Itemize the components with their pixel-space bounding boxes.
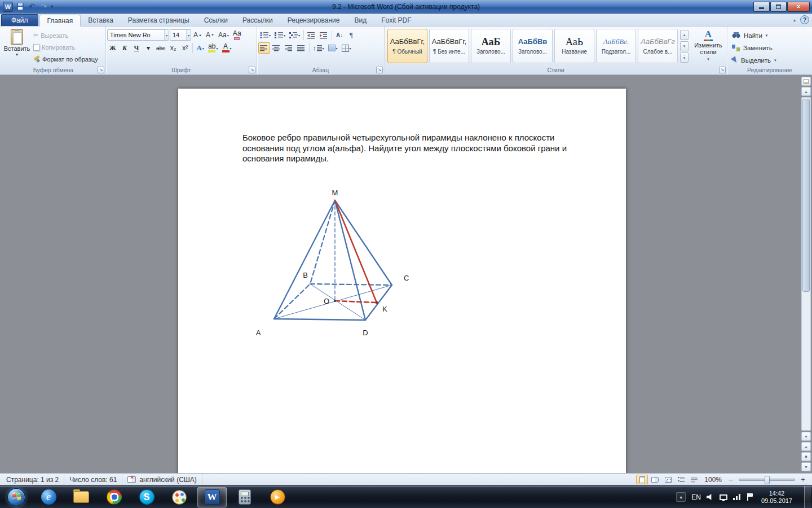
- outline-view-button[interactable]: [675, 475, 687, 484]
- scroll-up-button[interactable]: ▲: [801, 87, 811, 96]
- decrease-indent-button[interactable]: [306, 29, 317, 41]
- scroll-down-button[interactable]: ▼: [801, 432, 811, 441]
- redo-button[interactable]: ↷: [39, 2, 48, 11]
- zoom-out-button[interactable]: –: [726, 475, 735, 484]
- bold-button[interactable]: Ж: [107, 42, 118, 54]
- show-desktop-button[interactable]: [804, 486, 811, 508]
- taskbar-internet-explorer[interactable]: e: [34, 487, 63, 507]
- tab-foxit-pdf[interactable]: Foxit PDF: [374, 14, 418, 26]
- justify-button[interactable]: [295, 42, 307, 54]
- tab-insert[interactable]: Вставка: [81, 14, 121, 26]
- close-button[interactable]: ×: [787, 2, 810, 12]
- previous-page-button[interactable]: ▲: [801, 442, 811, 451]
- ruler-toggle-button[interactable]: [801, 77, 811, 86]
- replace-button[interactable]: Заменить: [732, 42, 810, 53]
- tab-mailings[interactable]: Рассылки: [235, 14, 280, 26]
- tab-home[interactable]: Главная: [39, 15, 81, 27]
- styles-dialog-launcher[interactable]: ↘: [719, 67, 726, 73]
- word-count-indicator[interactable]: Число слов: 61: [64, 474, 122, 485]
- minimize-ribbon-icon[interactable]: ▴: [793, 17, 796, 23]
- taskbar-media-player[interactable]: ▶: [263, 487, 292, 507]
- copy-button[interactable]: Копировать: [32, 42, 100, 52]
- line-spacing-button[interactable]: ↕▾: [311, 42, 326, 54]
- help-icon[interactable]: ?: [800, 15, 809, 24]
- style-title[interactable]: АаЬ Название: [554, 29, 594, 63]
- font-family-combo[interactable]: Times New Ro ▾: [107, 29, 169, 41]
- italic-button[interactable]: К: [119, 42, 130, 54]
- style-heading2[interactable]: АаБбВв Заголово...: [513, 29, 553, 63]
- styles-scroll-up[interactable]: ▴: [680, 30, 689, 40]
- zoom-slider-thumb[interactable]: [765, 476, 770, 484]
- proofing-indicator[interactable]: × английский (США): [122, 474, 202, 485]
- start-button[interactable]: [3, 486, 29, 508]
- show-formatting-marks-button[interactable]: ¶: [346, 29, 357, 41]
- styles-scroll-down[interactable]: ▾: [680, 41, 689, 51]
- style-heading1[interactable]: АаБ Заголово...: [471, 29, 511, 63]
- sort-button[interactable]: А↓: [334, 29, 345, 41]
- clear-formatting-button[interactable]: Аа: [231, 29, 243, 41]
- taskbar-paint[interactable]: [165, 487, 194, 507]
- volume-icon[interactable]: [707, 494, 714, 501]
- language-bar[interactable]: EN: [691, 493, 701, 501]
- pyramid-figure[interactable]: M A B C D O K: [178, 89, 626, 461]
- superscript-button[interactable]: x²: [179, 42, 191, 54]
- text-effects-button[interactable]: А▾: [195, 42, 206, 54]
- zoom-slider[interactable]: [739, 479, 795, 481]
- subscript-button[interactable]: x₂: [167, 42, 179, 54]
- styles-more-button[interactable]: ▾: [680, 52, 689, 63]
- shading-button[interactable]: ▾: [326, 42, 339, 54]
- borders-button[interactable]: ▾: [340, 42, 353, 54]
- taskbar-explorer[interactable]: [67, 487, 96, 507]
- undo-button[interactable]: ↶: [27, 2, 37, 11]
- align-right-button[interactable]: [283, 42, 295, 54]
- fullscreen-reading-view-button[interactable]: [649, 475, 661, 484]
- next-page-button[interactable]: ▼: [801, 462, 811, 471]
- taskbar-calculator[interactable]: [230, 487, 259, 507]
- underline-dropdown[interactable]: ▾: [143, 42, 154, 54]
- tab-view[interactable]: Вид: [347, 14, 374, 26]
- page-indicator[interactable]: Страница: 1 из 2: [1, 474, 64, 485]
- align-left-button[interactable]: [258, 42, 270, 54]
- zoom-in-button[interactable]: +: [798, 475, 807, 484]
- find-button[interactable]: Найти ▾: [732, 30, 810, 41]
- restore-button[interactable]: [770, 2, 787, 12]
- increase-indent-button[interactable]: [318, 29, 330, 41]
- underline-button[interactable]: Ч: [131, 42, 142, 54]
- customize-qat-dropdown[interactable]: ▾: [51, 4, 53, 9]
- save-button[interactable]: [15, 2, 25, 11]
- taskbar-chrome[interactable]: [99, 487, 129, 507]
- shrink-font-button[interactable]: А▼: [204, 29, 216, 41]
- print-layout-view-button[interactable]: [636, 475, 648, 484]
- clipboard-dialog-launcher[interactable]: ↘: [98, 67, 104, 73]
- web-layout-view-button[interactable]: [662, 475, 674, 484]
- numbering-button[interactable]: ▾: [273, 29, 287, 41]
- style-subtitle[interactable]: АаБбВе. Подзагол...: [596, 29, 636, 63]
- taskbar-skype[interactable]: S: [132, 487, 161, 507]
- multilevel-list-button[interactable]: ▾: [288, 29, 302, 41]
- action-center-flag-icon[interactable]: [747, 493, 753, 501]
- tab-file[interactable]: Файл: [1, 14, 38, 26]
- zoom-level[interactable]: 100%: [701, 476, 725, 484]
- font-dialog-launcher[interactable]: ↘: [249, 67, 255, 73]
- bullets-button[interactable]: ▾: [258, 29, 272, 41]
- style-normal[interactable]: АаБбВвГг, ¶ Обычный: [387, 29, 427, 63]
- show-hidden-icons-button[interactable]: ▲: [676, 492, 686, 502]
- select-browse-object-button[interactable]: ●: [801, 452, 811, 461]
- clock[interactable]: 14:42 09.05.2017: [758, 490, 795, 505]
- tab-references[interactable]: Ссылки: [197, 14, 235, 26]
- draft-view-button[interactable]: [688, 475, 700, 484]
- display-icon[interactable]: [720, 494, 727, 500]
- taskbar-word-active[interactable]: W: [197, 487, 227, 507]
- paste-button[interactable]: Вставить ▾: [2, 28, 32, 66]
- font-color-button[interactable]: А▾: [220, 42, 233, 54]
- select-button[interactable]: Выделить ▾: [732, 55, 810, 65]
- minimize-button[interactable]: [753, 2, 770, 12]
- change-case-button[interactable]: Аа▾: [217, 29, 231, 41]
- grow-font-button[interactable]: А▲: [192, 29, 204, 41]
- font-size-combo[interactable]: 14 ▾: [170, 29, 191, 41]
- style-subtle-emphasis[interactable]: АаБбВвГг Слабое в...: [638, 29, 678, 63]
- network-icon[interactable]: [733, 494, 741, 500]
- word-app-icon[interactable]: W: [3, 2, 13, 12]
- style-no-spacing[interactable]: АаБбВвГг, ¶ Без инте...: [429, 29, 469, 63]
- paragraph-dialog-launcher[interactable]: ↘: [376, 67, 383, 73]
